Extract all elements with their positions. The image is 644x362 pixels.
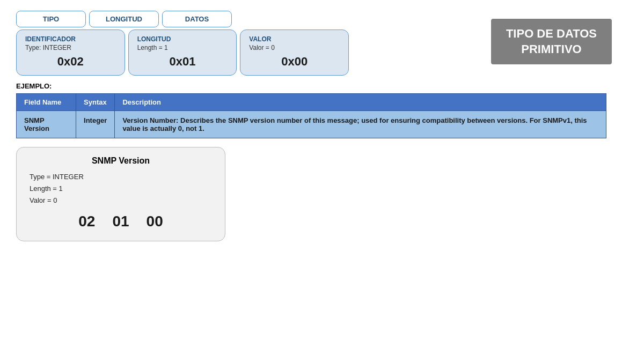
header-datos: DATOS (162, 11, 232, 27)
card-hex-row: 02 01 00 (30, 213, 212, 230)
banner-line2: PRIMITIVO (521, 42, 581, 56)
header-tipo: TIPO (16, 11, 86, 27)
box-title-1: LONGITUD (137, 35, 228, 43)
th-field-name: Field Name (17, 94, 76, 111)
box-longitud: LONGITUD Length = 1 0x01 (128, 29, 237, 76)
card-title: SNMP Version (30, 156, 212, 166)
box-sub-2: Valor = 0 (249, 44, 340, 51)
banner-line1: TIPO DE DATOS (506, 27, 597, 40)
header-longitud: LONGITUD (89, 11, 159, 27)
card-info: Type = INTEGER Length = 1 Valor = 0 (30, 171, 212, 206)
box-title-0: IDENTIFICADOR (25, 35, 116, 43)
td-field: SNMP Version (17, 111, 76, 138)
box-identificador: IDENTIFICADOR Type: INTEGER 0x02 (16, 29, 125, 76)
box-hex-0: 0x02 (25, 55, 116, 69)
card-hex-0: 02 (78, 213, 95, 230)
td-description: Version Number: Describes the SNMP versi… (115, 111, 606, 138)
bottom-card: SNMP Version Type = INTEGER Length = 1 V… (16, 147, 225, 241)
th-syntax: Syntax (76, 94, 115, 111)
ejemplo-label: EJEMPLO: (16, 82, 628, 90)
card-hex-1: 01 (112, 213, 129, 230)
box-sub-1: Length = 1 (137, 44, 228, 51)
card-hex-2: 00 (147, 213, 163, 230)
box-hex-1: 0x01 (137, 55, 228, 69)
snmp-table: Field Name Syntax Description SNMP Versi… (16, 93, 606, 138)
table-header-row: Field Name Syntax Description (17, 94, 606, 111)
box-title-2: VALOR (249, 35, 340, 43)
card-type: Type = INTEGER (30, 173, 84, 181)
th-description: Description (115, 94, 606, 111)
card-valor: Valor = 0 (30, 196, 57, 204)
table-row: SNMP Version Integer Version Number: Des… (17, 111, 606, 138)
td-syntax: Integer (76, 111, 115, 138)
tipo-banner: TIPO DE DATOS PRIMITIVO (491, 19, 612, 64)
box-hex-2: 0x00 (249, 55, 340, 69)
box-valor: VALOR Valor = 0 0x00 (240, 29, 349, 76)
box-sub-0: Type: INTEGER (25, 44, 116, 51)
header-row: TIPO LONGITUD DATOS (16, 11, 349, 27)
data-row: IDENTIFICADOR Type: INTEGER 0x02 LONGITU… (16, 29, 349, 76)
card-length: Length = 1 (30, 184, 63, 193)
